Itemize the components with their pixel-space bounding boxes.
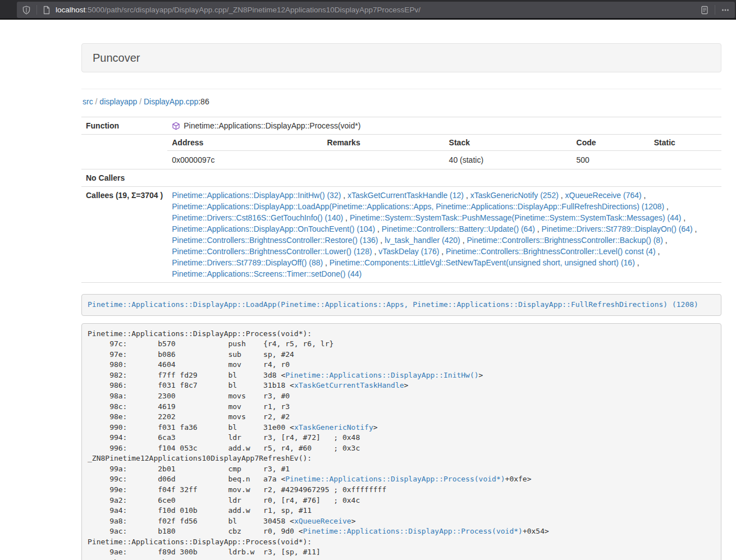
url-path: :5000/path/src/displayapp/DisplayApp.cpp… [85,6,420,14]
symbol-cube-icon [172,122,180,130]
app-header: Puncover [81,43,721,72]
function-row: Function Pinetime::Applications::Display… [81,117,721,135]
metrics-row: Address Remarks Stack Code Static 0x0000… [81,135,721,169]
breadcrumb-link[interactable]: src [83,97,93,106]
breadcrumb: src / displayapp / DisplayApp.cpp:86 [83,96,721,107]
callee-link[interactable]: xTaskGenericNotify (252) [470,191,559,200]
callee-link[interactable]: Pinetime::Controllers::BrightnessControl… [172,247,372,256]
col-header-remarks: Remarks [323,135,445,151]
asm-symbol-link[interactable]: xTaskGetCurrentTaskHandle [294,381,404,389]
breadcrumb-line-number: :86 [198,97,209,106]
asm-symbol-link[interactable]: Pinetime::Applications::DisplayApp::Proc… [285,475,505,483]
load-app-link[interactable]: Pinetime::Applications::DisplayApp::Load… [88,300,698,309]
breadcrumb-separator: / [93,97,100,106]
browser-chrome: localhost:5000/path/src/displayapp/Displ… [0,0,736,20]
callee-link[interactable]: Pinetime::Applications::DisplayApp::Init… [172,191,341,200]
breadcrumb-link[interactable]: DisplayApp.cpp [144,97,198,106]
cell-stack: 40 (static) [445,151,572,169]
reader-view-icon[interactable] [698,6,711,15]
callee-link[interactable]: Pinetime::Controllers::BrightnessControl… [467,236,662,245]
metrics-table: Address Remarks Stack Code Static 0x0000… [167,135,721,169]
more-options-icon[interactable] [719,6,732,15]
callee-link[interactable]: Pinetime::Applications::DisplayApp::OnTo… [172,224,375,233]
callee-link[interactable]: Pinetime::Applications::DisplayApp::Load… [172,202,664,211]
selected-callee-snippet: Pinetime::Applications::DisplayApp::Load… [81,294,721,316]
divider [81,89,721,89]
callee-link[interactable]: Pinetime::Controllers::BrightnessControl… [446,247,655,256]
url-text[interactable]: localhost:5000/path/src/displayapp/Displ… [56,6,698,14]
asm-symbol-link[interactable]: Pinetime::Applications::DisplayApp::Init… [285,371,478,379]
callees-list: Pinetime::Applications::DisplayApp::Init… [167,187,721,283]
callee-link[interactable]: vTaskDelay (176) [378,247,439,256]
asm-symbol-link[interactable]: xQueueReceive [294,517,351,525]
col-header-code: Code [572,135,650,151]
urlbar-divider [715,5,715,15]
callee-link[interactable]: Pinetime::Controllers::BrightnessControl… [172,236,378,245]
function-name: Pinetime::Applications::DisplayApp::Proc… [184,120,360,131]
function-table: Function Pinetime::Applications::Display… [81,117,721,283]
address-bar[interactable]: localhost:5000/path/src/displayapp/Displ… [17,2,735,18]
callee-link[interactable]: lv_task_handler (420) [385,236,460,245]
callee-link[interactable]: Pinetime::Components::LittleVgl::SetNewT… [330,258,635,267]
page-info-icon[interactable] [41,6,52,15]
callee-link[interactable]: Pinetime::Drivers::St7789::DisplayOn() (… [542,224,693,233]
cell-static [650,151,721,169]
breadcrumb-separator: / [137,97,144,106]
callee-link[interactable]: Pinetime::Drivers::Cst816S::GetTouchInfo… [172,213,343,222]
disassembly-code: Pinetime::Applications::DisplayApp::Proc… [81,323,721,560]
cell-address: 0x0000097c [167,151,322,169]
metrics-value-row: 0x0000097c 40 (static) 500 [167,151,721,169]
shield-icon[interactable] [20,6,33,15]
breadcrumb-link[interactable]: displayapp [99,97,137,106]
asm-symbol-link[interactable]: xTaskGenericNotify [294,423,373,432]
function-label: Function [81,117,167,135]
cell-remarks [323,151,445,169]
no-callers-row: No Callers [81,169,721,187]
cell-code: 500 [572,151,650,169]
callees-row: Callees (19, Σ=3704 ) Pinetime::Applicat… [81,187,721,283]
callee-link[interactable]: xTaskGetCurrentTaskHandle (12) [348,191,464,200]
callees-label: Callees (19, Σ=3704 ) [81,187,167,283]
callee-link[interactable]: xQueueReceive (764) [565,191,642,200]
page-content: Puncover src / displayapp / DisplayApp.c… [81,20,721,560]
callee-link[interactable]: Pinetime::Drivers::St7789::DisplayOff() … [172,258,323,267]
col-header-static: Static [650,135,721,151]
app-title: Puncover [93,52,140,64]
callee-link[interactable]: Pinetime::Controllers::Battery::Update()… [382,224,535,233]
callee-link[interactable]: Pinetime::Applications::Screens::Timer::… [172,269,362,278]
url-host: localhost [56,6,85,14]
no-callers-label: No Callers [81,169,167,187]
urlbar-divider [36,5,37,15]
asm-symbol-link[interactable]: Pinetime::Applications::DisplayApp::Proc… [303,527,523,535]
metrics-header-row: Address Remarks Stack Code Static [167,135,721,151]
callee-link[interactable]: Pinetime::System::SystemTask::PushMessag… [350,213,682,222]
col-header-address: Address [167,135,322,151]
col-header-stack: Stack [445,135,572,151]
